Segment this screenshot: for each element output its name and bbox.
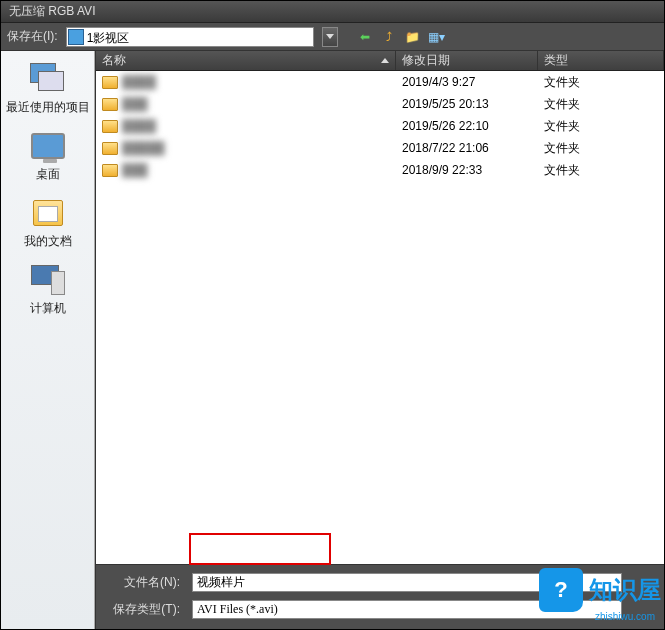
table-row[interactable]: ████2019/4/3 9:27文件夹 (96, 71, 664, 93)
dialog-body: 最近使用的项目 桌面 我的文档 计算机 名称 修改日期 类型 ████2 (1, 51, 664, 629)
folder-icon (102, 76, 118, 89)
sidebar-item-documents[interactable]: 我的文档 (1, 191, 94, 258)
titlebar[interactable]: 无压缩 RGB AVI (1, 1, 664, 23)
sidebar-item-label: 我的文档 (24, 233, 72, 250)
sidebar-item-recent[interactable]: 最近使用的项目 (1, 57, 94, 124)
location-text: 1影视区 (85, 28, 313, 46)
chevron-down-icon (326, 34, 334, 39)
folder-icon (102, 120, 118, 133)
window-title: 无压缩 RGB AVI (9, 3, 95, 20)
sidebar-item-desktop[interactable]: 桌面 (1, 124, 94, 191)
up-icon[interactable]: ⤴ (380, 28, 398, 46)
column-header-name[interactable]: 名称 (96, 51, 396, 70)
toolbar-icons: ⬅ ⤴ 📁 ▦▾ (356, 28, 446, 46)
column-header-modified[interactable]: 修改日期 (396, 51, 538, 70)
table-row[interactable]: ███2018/9/9 22:33文件夹 (96, 159, 664, 181)
sort-ascending-icon (381, 58, 389, 63)
filetype-label: 保存类型(T): (102, 601, 180, 618)
filename-label: 文件名(N): (102, 574, 180, 591)
back-icon[interactable]: ⬅ (356, 28, 374, 46)
file-list[interactable]: ████2019/4/3 9:27文件夹 ███2019/5/25 20:13文… (96, 71, 664, 564)
places-sidebar: 最近使用的项目 桌面 我的文档 计算机 (1, 51, 95, 629)
file-area: 名称 修改日期 类型 ████2019/4/3 9:27文件夹 ███2019/… (95, 51, 664, 629)
table-row[interactable]: █████2018/7/22 21:06文件夹 (96, 137, 664, 159)
folder-icon (102, 98, 118, 111)
computer-icon (30, 264, 66, 296)
new-folder-icon[interactable]: 📁 (404, 28, 422, 46)
sidebar-item-label: 计算机 (30, 300, 66, 317)
location-dropdown-button[interactable] (322, 27, 338, 47)
sidebar-item-label: 最近使用的项目 (6, 99, 90, 116)
folder-icon (102, 164, 118, 177)
recent-icon (30, 63, 66, 95)
watermark-domain: zhishiwu.com (595, 611, 655, 622)
view-icon[interactable]: ▦▾ (428, 28, 446, 46)
save-dialog: 无压缩 RGB AVI 保存在(I): 1影视区 ⬅ ⤴ 📁 ▦▾ 最近使用的项… (0, 0, 665, 630)
documents-icon (30, 197, 66, 229)
drive-icon (68, 29, 84, 45)
table-row[interactable]: ███2019/5/25 20:13文件夹 (96, 93, 664, 115)
toolbar: 保存在(I): 1影视区 ⬅ ⤴ 📁 ▦▾ (1, 23, 664, 51)
location-combo[interactable]: 1影视区 (66, 27, 314, 47)
bottom-panel: 文件名(N): 保存类型(T): (96, 564, 664, 629)
filetype-row: 保存类型(T): (102, 600, 658, 619)
table-row[interactable]: ████2019/5/26 22:10文件夹 (96, 115, 664, 137)
save-in-label: 保存在(I): (7, 28, 58, 45)
folder-icon (102, 142, 118, 155)
filename-row: 文件名(N): (102, 573, 658, 592)
sidebar-item-computer[interactable]: 计算机 (1, 258, 94, 325)
desktop-icon (30, 130, 66, 162)
filename-input[interactable] (192, 573, 622, 592)
column-headers: 名称 修改日期 类型 (96, 51, 664, 71)
sidebar-item-label: 桌面 (36, 166, 60, 183)
filetype-combo[interactable] (192, 600, 622, 619)
column-header-type[interactable]: 类型 (538, 51, 664, 70)
